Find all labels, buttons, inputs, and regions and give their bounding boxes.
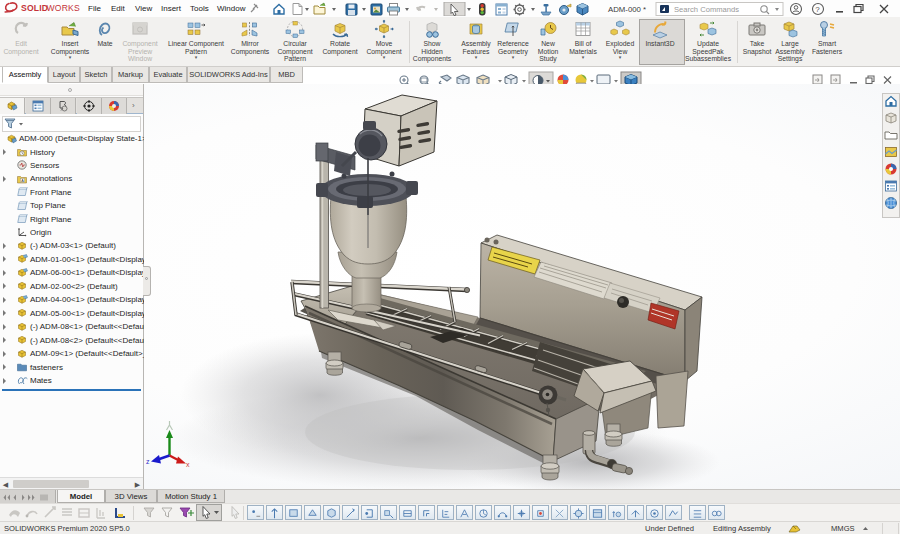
svg-text:ADM-000 *: ADM-000 * [608, 5, 646, 14]
svg-text:Search Commands: Search Commands [674, 5, 739, 14]
svg-text:WORKS: WORKS [47, 3, 81, 13]
svg-text:z: z [146, 458, 150, 465]
svg-text:?: ? [815, 5, 820, 14]
svg-text:SOLID: SOLID [21, 3, 48, 13]
svg-text:x: x [186, 461, 190, 468]
